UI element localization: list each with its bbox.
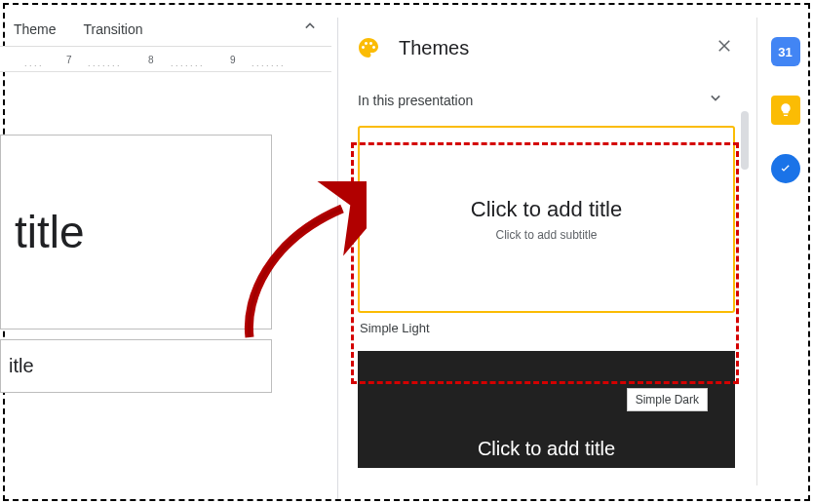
ruler-tick-label: 9: [230, 55, 236, 65]
chevron-down-icon[interactable]: [706, 88, 725, 112]
theme-preview: Click to add title Click to add subtitle: [358, 126, 735, 313]
theme-card-simple-dark[interactable]: Simple Dark Click to add title: [358, 351, 735, 468]
menu-theme[interactable]: Theme: [0, 16, 70, 43]
ruler-tick-label: 7: [66, 55, 72, 65]
slide-canvas[interactable]: title itle: [0, 97, 278, 419]
palette-icon: [356, 35, 381, 60]
theme-preview-title: Click to add title: [471, 197, 622, 222]
title-text-fragment: title: [15, 206, 85, 258]
menu-bar: Theme Transition: [0, 12, 331, 47]
theme-preview-subtitle: Click to add subtitle: [495, 228, 597, 242]
theme-preview-title: Click to add title: [478, 438, 615, 460]
theme-preview: Simple Dark Click to add title: [358, 351, 735, 468]
theme-list: Click to add title Click to add subtitle…: [338, 126, 755, 496]
tasks-icon[interactable]: [771, 154, 800, 183]
themes-section-header[interactable]: In this presentation: [338, 78, 755, 126]
ruler-tick-label: 8: [148, 55, 154, 65]
keep-icon[interactable]: [771, 96, 800, 125]
themes-panel-header: Themes: [338, 18, 755, 78]
collapse-chevron-icon[interactable]: [300, 17, 320, 41]
themes-panel-title: Themes: [399, 37, 469, 59]
themes-section-label: In this presentation: [358, 93, 473, 108]
side-rail: 31: [756, 18, 813, 485]
horizontal-ruler: 7 8 9 · · · · · · · · · · · · · · · · · …: [0, 47, 331, 72]
menu-transition[interactable]: Transition: [70, 16, 157, 43]
slide-title-placeholder[interactable]: title: [0, 135, 272, 330]
themes-panel: Themes In this presentation Click to add…: [337, 18, 755, 499]
theme-card-simple-light[interactable]: Click to add title Click to add subtitle…: [358, 126, 735, 337]
scrollbar-thumb[interactable]: [741, 111, 749, 170]
slide-subtitle-placeholder[interactable]: itle: [0, 339, 272, 393]
theme-tooltip: Simple Dark: [627, 388, 708, 411]
theme-name-label: Simple Light: [358, 313, 735, 337]
subtitle-text-fragment: itle: [9, 355, 34, 377]
close-icon[interactable]: [712, 31, 737, 64]
calendar-icon[interactable]: 31: [771, 37, 800, 66]
